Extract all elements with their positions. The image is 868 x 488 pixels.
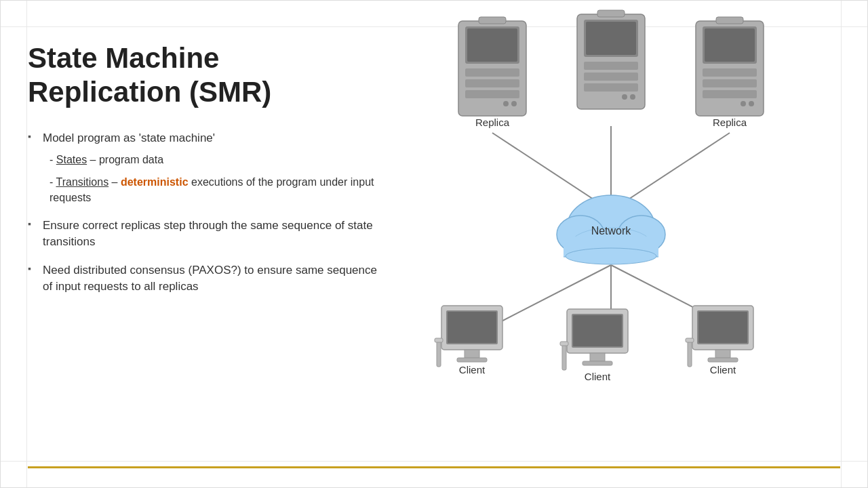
svg-rect-57 (560, 342, 568, 346)
svg-point-13 (503, 101, 509, 106)
bullet-item-3: Need distributed consensus (PAXOS?) to e… (28, 262, 387, 295)
bullet-item-1: Model program as 'state machine' - State… (28, 130, 387, 205)
transitions-middle: – (108, 176, 121, 188)
content-area: State MachineReplication (SMR) Model pro… (1, 1, 867, 487)
svg-rect-28 (703, 68, 757, 77)
sub-item-states: - States – program data (50, 152, 387, 167)
deterministic-word: deterministic (121, 176, 189, 188)
svg-point-24 (630, 94, 635, 100)
sub-list-1: - States – program data - Transitions – … (50, 152, 387, 206)
replica-server-1: Replica (458, 17, 526, 128)
bullet-item-2: Ensure correct replicas step through the… (28, 218, 387, 250)
svg-rect-22 (597, 10, 625, 17)
svg-rect-30 (703, 90, 757, 98)
svg-rect-27 (705, 28, 755, 62)
svg-rect-49 (435, 338, 443, 342)
svg-rect-29 (703, 79, 757, 87)
svg-rect-61 (698, 312, 747, 343)
states-rest: – program data (87, 154, 163, 165)
client-1: Client (435, 306, 502, 375)
slide-title: State MachineReplication (SMR) (28, 41, 387, 110)
svg-text:Replica: Replica (713, 117, 747, 128)
svg-rect-10 (465, 79, 519, 87)
svg-rect-62 (715, 350, 730, 358)
client-2: Client (560, 309, 628, 382)
bullet-1-text: Model program as 'state machine' (43, 131, 215, 144)
sub-item-transitions: - Transitions – deterministic executions… (50, 174, 387, 205)
client-3: Client (686, 306, 753, 375)
svg-rect-63 (708, 358, 738, 362)
svg-rect-48 (437, 340, 441, 367)
states-link: States (56, 154, 87, 165)
svg-point-14 (511, 101, 517, 106)
svg-rect-54 (590, 353, 605, 361)
svg-rect-20 (584, 73, 638, 81)
svg-rect-65 (686, 338, 694, 342)
svg-point-23 (622, 94, 627, 100)
slide: State MachineReplication (SMR) Model pro… (0, 0, 868, 488)
transitions-link: Transitions (56, 176, 108, 188)
svg-rect-45 (448, 312, 496, 343)
bullet-list: Model program as 'state machine' - State… (28, 130, 387, 295)
svg-rect-56 (562, 343, 566, 370)
svg-rect-31 (716, 17, 743, 24)
svg-text:Client: Client (459, 364, 486, 375)
svg-rect-46 (465, 350, 479, 358)
svg-rect-11 (465, 90, 519, 98)
svg-rect-47 (457, 358, 487, 362)
svg-point-41 (566, 248, 656, 264)
svg-rect-12 (479, 17, 506, 24)
network-cloud: Network (557, 195, 665, 264)
svg-text:Network: Network (591, 225, 632, 237)
svg-rect-18 (586, 22, 636, 55)
svg-text:Replica: Replica (475, 117, 510, 128)
svg-point-32 (741, 101, 746, 106)
diagram-svg: Replica (374, 1, 848, 488)
svg-text:Client: Client (585, 371, 611, 382)
sub-prefix-1: - (50, 154, 56, 165)
bullet-2-text: Ensure correct replicas step through the… (43, 219, 373, 248)
svg-rect-21 (584, 83, 638, 92)
svg-rect-55 (583, 361, 612, 365)
svg-rect-64 (688, 340, 692, 367)
svg-text:Client: Client (710, 364, 736, 375)
text-panel: State MachineReplication (SMR) Model pro… (28, 41, 387, 306)
svg-point-33 (749, 101, 754, 106)
replica-server-3: Replica (696, 17, 764, 128)
bullet-3-text: Need distributed consensus (PAXOS?) to e… (43, 264, 377, 293)
svg-rect-53 (573, 315, 622, 346)
bottom-decorative-line (28, 466, 840, 468)
svg-rect-8 (467, 28, 517, 62)
svg-rect-19 (584, 62, 638, 70)
replica-server-2 (577, 10, 645, 109)
svg-rect-9 (465, 68, 519, 77)
